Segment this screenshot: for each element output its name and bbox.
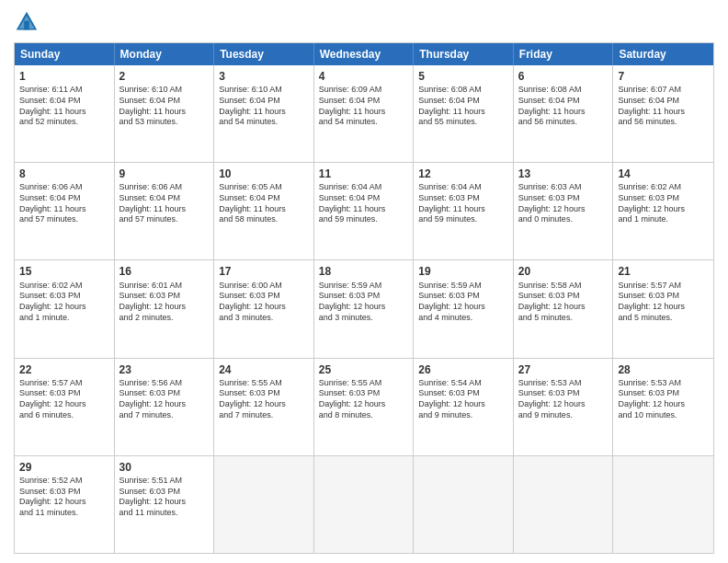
- day-number: 9: [119, 167, 210, 181]
- calendar-body: 1Sunrise: 6:11 AM Sunset: 6:04 PM Daylig…: [15, 65, 713, 553]
- day-number: 6: [518, 69, 609, 84]
- calendar-cell: 5Sunrise: 6:08 AM Sunset: 6:04 PM Daylig…: [414, 65, 514, 162]
- calendar-cell: [314, 456, 415, 553]
- calendar-cell: 7Sunrise: 6:07 AM Sunset: 6:04 PM Daylig…: [613, 65, 713, 162]
- cell-details: Sunrise: 5:53 AM Sunset: 6:03 PM Dayligh…: [618, 378, 709, 421]
- weekday-header-saturday: Saturday: [613, 43, 713, 65]
- cell-details: Sunrise: 5:52 AM Sunset: 6:03 PM Dayligh…: [19, 476, 109, 519]
- cell-details: Sunrise: 5:59 AM Sunset: 6:03 PM Dayligh…: [418, 281, 508, 324]
- calendar-cell: 27Sunrise: 5:53 AM Sunset: 6:03 PM Dayli…: [514, 359, 614, 455]
- day-number: 3: [219, 69, 309, 84]
- calendar-cell: 3Sunrise: 6:10 AM Sunset: 6:04 PM Daylig…: [214, 65, 314, 162]
- calendar-cell: 11Sunrise: 6:04 AM Sunset: 6:04 PM Dayli…: [314, 163, 415, 259]
- cell-details: Sunrise: 5:55 AM Sunset: 6:03 PM Dayligh…: [319, 378, 409, 421]
- calendar-cell: 13Sunrise: 6:03 AM Sunset: 6:03 PM Dayli…: [514, 163, 614, 259]
- day-number: 18: [319, 264, 409, 279]
- cell-details: Sunrise: 6:11 AM Sunset: 6:04 PM Dayligh…: [19, 85, 109, 128]
- day-number: 4: [319, 69, 409, 84]
- day-number: 28: [618, 362, 709, 377]
- calendar-cell: 24Sunrise: 5:55 AM Sunset: 6:03 PM Dayli…: [214, 359, 314, 455]
- calendar-cell: 23Sunrise: 5:56 AM Sunset: 6:03 PM Dayli…: [115, 359, 215, 455]
- cell-details: Sunrise: 6:01 AM Sunset: 6:03 PM Dayligh…: [119, 281, 210, 324]
- cell-details: Sunrise: 5:51 AM Sunset: 6:03 PM Dayligh…: [119, 476, 210, 519]
- cell-details: Sunrise: 6:04 AM Sunset: 6:04 PM Dayligh…: [319, 182, 409, 225]
- day-number: 13: [518, 167, 609, 181]
- calendar-cell: 20Sunrise: 5:58 AM Sunset: 6:03 PM Dayli…: [514, 260, 614, 357]
- day-number: 5: [418, 69, 508, 84]
- day-number: 10: [219, 167, 309, 181]
- day-number: 30: [119, 460, 210, 475]
- day-number: 7: [618, 69, 709, 84]
- calendar-cell: 28Sunrise: 5:53 AM Sunset: 6:03 PM Dayli…: [613, 359, 713, 455]
- day-number: 25: [319, 362, 409, 377]
- calendar-cell: 25Sunrise: 5:55 AM Sunset: 6:03 PM Dayli…: [314, 359, 415, 455]
- logo: [14, 9, 43, 35]
- cell-details: Sunrise: 6:08 AM Sunset: 6:04 PM Dayligh…: [518, 85, 609, 128]
- day-number: 14: [618, 167, 709, 181]
- day-number: 27: [518, 362, 609, 377]
- cell-details: Sunrise: 6:07 AM Sunset: 6:04 PM Dayligh…: [618, 85, 709, 128]
- calendar-cell: 18Sunrise: 5:59 AM Sunset: 6:03 PM Dayli…: [314, 260, 415, 357]
- page: SundayMondayTuesdayWednesdayThursdayFrid…: [0, 0, 728, 563]
- day-number: 29: [19, 460, 109, 475]
- cell-details: Sunrise: 6:00 AM Sunset: 6:03 PM Dayligh…: [219, 281, 309, 324]
- calendar: SundayMondayTuesdayWednesdayThursdayFrid…: [14, 42, 714, 554]
- calendar-cell: 4Sunrise: 6:09 AM Sunset: 6:04 PM Daylig…: [314, 65, 415, 162]
- calendar-cell: 6Sunrise: 6:08 AM Sunset: 6:04 PM Daylig…: [514, 65, 614, 162]
- day-number: 11: [319, 167, 409, 181]
- calendar-header: SundayMondayTuesdayWednesdayThursdayFrid…: [15, 43, 713, 65]
- cell-details: Sunrise: 6:10 AM Sunset: 6:04 PM Dayligh…: [119, 85, 210, 128]
- calendar-cell: [214, 456, 314, 553]
- day-number: 17: [219, 264, 309, 279]
- calendar-cell: 15Sunrise: 6:02 AM Sunset: 6:03 PM Dayli…: [15, 260, 115, 357]
- calendar-cell: [414, 456, 514, 553]
- calendar-cell: 30Sunrise: 5:51 AM Sunset: 6:03 PM Dayli…: [115, 456, 215, 553]
- day-number: 23: [119, 362, 210, 377]
- weekday-header-monday: Monday: [115, 43, 215, 65]
- calendar-row-5: 29Sunrise: 5:52 AM Sunset: 6:03 PM Dayli…: [15, 455, 713, 553]
- calendar-cell: 29Sunrise: 5:52 AM Sunset: 6:03 PM Dayli…: [15, 456, 115, 553]
- calendar-row-4: 22Sunrise: 5:57 AM Sunset: 6:03 PM Dayli…: [15, 358, 713, 455]
- calendar-cell: 17Sunrise: 6:00 AM Sunset: 6:03 PM Dayli…: [214, 260, 314, 357]
- calendar-cell: [613, 456, 713, 553]
- cell-details: Sunrise: 6:08 AM Sunset: 6:04 PM Dayligh…: [418, 85, 508, 128]
- cell-details: Sunrise: 6:02 AM Sunset: 6:03 PM Dayligh…: [19, 281, 109, 324]
- day-number: 26: [418, 362, 508, 377]
- calendar-cell: 21Sunrise: 5:57 AM Sunset: 6:03 PM Dayli…: [613, 260, 713, 357]
- day-number: 1: [19, 69, 109, 84]
- cell-details: Sunrise: 5:57 AM Sunset: 6:03 PM Dayligh…: [618, 281, 709, 324]
- cell-details: Sunrise: 5:59 AM Sunset: 6:03 PM Dayligh…: [319, 281, 409, 324]
- calendar-cell: 14Sunrise: 6:02 AM Sunset: 6:03 PM Dayli…: [613, 163, 713, 259]
- cell-details: Sunrise: 5:57 AM Sunset: 6:03 PM Dayligh…: [19, 378, 109, 421]
- cell-details: Sunrise: 5:56 AM Sunset: 6:03 PM Dayligh…: [119, 378, 210, 421]
- cell-details: Sunrise: 5:58 AM Sunset: 6:03 PM Dayligh…: [518, 281, 609, 324]
- day-number: 20: [518, 264, 609, 279]
- day-number: 16: [119, 264, 210, 279]
- calendar-cell: 26Sunrise: 5:54 AM Sunset: 6:03 PM Dayli…: [414, 359, 514, 455]
- day-number: 8: [19, 167, 109, 181]
- calendar-cell: 1Sunrise: 6:11 AM Sunset: 6:04 PM Daylig…: [15, 65, 115, 162]
- weekday-header-thursday: Thursday: [414, 43, 514, 65]
- day-number: 21: [618, 264, 709, 279]
- cell-details: Sunrise: 6:03 AM Sunset: 6:03 PM Dayligh…: [518, 182, 609, 225]
- calendar-cell: 22Sunrise: 5:57 AM Sunset: 6:03 PM Dayli…: [15, 359, 115, 455]
- cell-details: Sunrise: 6:09 AM Sunset: 6:04 PM Dayligh…: [319, 85, 409, 128]
- cell-details: Sunrise: 6:06 AM Sunset: 6:04 PM Dayligh…: [119, 182, 210, 225]
- calendar-cell: 2Sunrise: 6:10 AM Sunset: 6:04 PM Daylig…: [115, 65, 215, 162]
- cell-details: Sunrise: 5:53 AM Sunset: 6:03 PM Dayligh…: [518, 378, 609, 421]
- cell-details: Sunrise: 6:10 AM Sunset: 6:04 PM Dayligh…: [219, 85, 309, 128]
- day-number: 2: [119, 69, 210, 84]
- cell-details: Sunrise: 5:54 AM Sunset: 6:03 PM Dayligh…: [418, 378, 508, 421]
- header: [14, 9, 714, 35]
- day-number: 12: [418, 167, 508, 181]
- day-number: 24: [219, 362, 309, 377]
- cell-details: Sunrise: 6:06 AM Sunset: 6:04 PM Dayligh…: [19, 182, 109, 225]
- logo-icon: [14, 9, 40, 35]
- calendar-row-1: 1Sunrise: 6:11 AM Sunset: 6:04 PM Daylig…: [15, 65, 713, 162]
- calendar-cell: 19Sunrise: 5:59 AM Sunset: 6:03 PM Dayli…: [414, 260, 514, 357]
- calendar-cell: 10Sunrise: 6:05 AM Sunset: 6:04 PM Dayli…: [214, 163, 314, 259]
- weekday-header-wednesday: Wednesday: [314, 43, 415, 65]
- calendar-row-3: 15Sunrise: 6:02 AM Sunset: 6:03 PM Dayli…: [15, 259, 713, 357]
- cell-details: Sunrise: 6:05 AM Sunset: 6:04 PM Dayligh…: [219, 182, 309, 225]
- weekday-header-sunday: Sunday: [15, 43, 115, 65]
